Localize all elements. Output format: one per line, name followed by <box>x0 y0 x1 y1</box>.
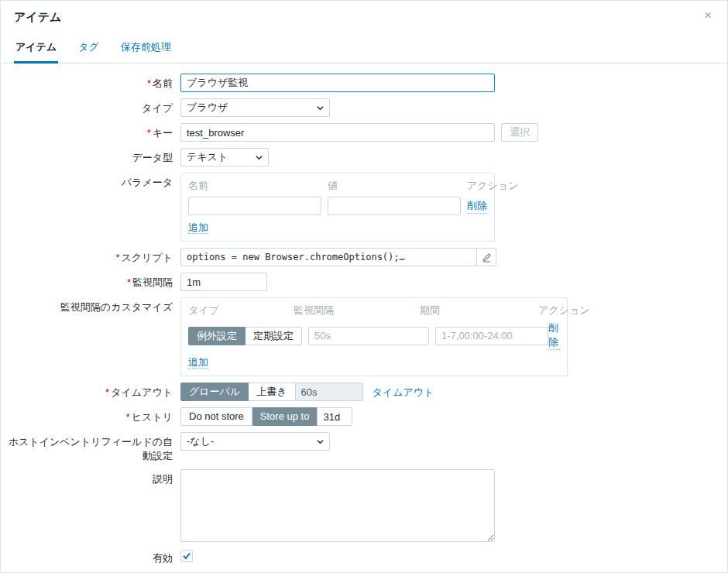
history-field: Do not store Store up to <box>180 407 352 426</box>
timeout-override[interactable]: 上書き <box>249 383 295 401</box>
script-field <box>180 248 496 266</box>
ci-type-toggle: 例外設定 定期設定 <box>188 327 302 345</box>
name-label: *名前 <box>1 74 180 91</box>
required-marker: * <box>147 77 151 89</box>
key-label: *キー <box>1 123 180 140</box>
inventory-label: ホストインベントリフィールドの自動設定 <box>1 432 180 463</box>
ci-type-header: タイプ <box>188 304 294 317</box>
timeout-input <box>295 383 363 401</box>
ci-type-flexible[interactable]: 例外設定 <box>188 327 246 345</box>
name-input[interactable] <box>180 74 495 92</box>
param-name-header: 名前 <box>188 179 328 193</box>
chevron-down-icon <box>316 437 325 446</box>
timeout-global[interactable]: グローバル <box>180 383 249 401</box>
description-label: 説明 <box>1 469 180 486</box>
ci-add-link[interactable]: 追加 <box>188 356 208 369</box>
custom-intervals-box: タイプ 監視間隔 期間 アクション 例外設定 定期設定 削除 追加 <box>180 297 568 376</box>
key-select-button[interactable]: 選択 <box>501 123 538 142</box>
tabbar: アイテム タグ 保存前処理 <box>1 36 727 63</box>
timeout-label: *タイムアウト <box>1 383 180 400</box>
script-edit-button[interactable] <box>476 248 496 266</box>
custom-intervals-label: 監視間隔のカスタマイズ <box>1 297 180 314</box>
row-history: *ヒストリ Do not store Store up to <box>1 407 715 426</box>
row-type: タイプ ブラウザ <box>1 98 715 117</box>
custom-interval-row: 例外設定 定期設定 削除 <box>188 321 560 350</box>
interval-label: *監視間隔 <box>1 273 180 290</box>
enabled-checkbox[interactable] <box>180 550 193 562</box>
tab-item[interactable]: アイテム <box>14 36 58 63</box>
ci-interval-input[interactable] <box>308 327 429 345</box>
interval-input[interactable] <box>180 273 267 291</box>
ci-action-header: アクション <box>538 304 590 317</box>
row-interval: *監視間隔 <box>1 273 715 291</box>
chevron-down-icon <box>255 153 263 162</box>
param-add-link[interactable]: 追加 <box>188 221 208 234</box>
history-store-up-to[interactable]: Store up to <box>252 407 318 426</box>
value-type-label: データ型 <box>1 148 180 165</box>
ci-interval-header: 監視間隔 <box>294 304 420 317</box>
tab-preprocessing[interactable]: 保存前処理 <box>119 36 173 63</box>
type-label: タイプ <box>1 98 180 115</box>
inventory-select-value: -なし- <box>187 434 214 448</box>
custom-intervals-add-row: 追加 <box>188 355 560 369</box>
tab-tags[interactable]: タグ <box>77 36 101 63</box>
timeout-toggle: グローバル 上書き <box>180 383 296 401</box>
pencil-icon <box>482 252 492 262</box>
timeouts-link[interactable]: タイムアウト <box>373 383 434 400</box>
row-description: 説明 <box>1 469 715 542</box>
row-timeout: *タイムアウト グローバル 上書き タイムアウト <box>1 383 715 401</box>
chevron-down-icon <box>316 104 325 112</box>
dialog-header: アイテム × <box>1 1 727 28</box>
parameters-headers: 名前 値 アクション <box>188 179 487 193</box>
history-toggle: Do not store Store up to <box>180 407 318 426</box>
description-textarea[interactable] <box>180 469 495 542</box>
row-key: *キー 選択 <box>1 123 715 142</box>
ci-remove-link[interactable]: 削除 <box>548 321 560 350</box>
param-action-header: アクション <box>467 179 519 193</box>
row-custom-intervals: 監視間隔のカスタマイズ タイプ 監視間隔 期間 アクション 例外設定 定期設定 … <box>1 297 715 376</box>
type-select[interactable]: ブラウザ <box>180 98 330 117</box>
value-type-select[interactable]: テキスト <box>180 148 269 166</box>
row-name: *名前 <box>1 74 715 92</box>
ci-period-input[interactable] <box>435 327 548 345</box>
value-type-select-value: テキスト <box>187 150 228 164</box>
check-icon <box>182 551 191 561</box>
timeout-field: グローバル 上書き タイムアウト <box>180 383 434 401</box>
row-parameters: パラメータ 名前 値 アクション 削除 追加 <box>1 173 715 242</box>
parameters-label: パラメータ <box>1 173 180 190</box>
param-name-input[interactable] <box>188 197 321 215</box>
script-label: *スクリプト <box>1 248 180 265</box>
item-dialog: アイテム × アイテム タグ 保存前処理 *名前 タイプ ブラウザ *キー 選択 <box>0 0 728 573</box>
type-select-value: ブラウザ <box>187 101 228 115</box>
history-input[interactable] <box>317 407 352 426</box>
history-label: *ヒストリ <box>1 407 180 424</box>
parameters-add-row: 追加 <box>188 221 487 235</box>
custom-intervals-headers: タイプ 監視間隔 期間 アクション <box>188 304 560 317</box>
row-inventory: ホストインベントリフィールドの自動設定 -なし- <box>1 432 715 463</box>
param-remove-link[interactable]: 削除 <box>467 199 487 214</box>
key-input[interactable] <box>180 123 495 142</box>
enabled-label: 有効 <box>1 548 180 565</box>
parameter-row: 削除 <box>188 197 487 215</box>
param-value-header: 値 <box>328 179 467 193</box>
param-value-input[interactable] <box>328 197 461 215</box>
row-enabled: 有効 <box>1 548 715 565</box>
row-script: *スクリプト <box>1 248 715 266</box>
item-form: *名前 タイプ ブラウザ *キー 選択 データ型 テキスト <box>1 63 727 573</box>
script-input[interactable] <box>180 248 477 266</box>
page-title: アイテム <box>14 10 61 25</box>
row-value-type: データ型 テキスト <box>1 148 715 166</box>
close-icon[interactable]: × <box>701 9 715 22</box>
ci-type-scheduling[interactable]: 定期設定 <box>246 327 302 345</box>
ci-period-header: 期間 <box>420 304 538 317</box>
parameters-box: 名前 値 アクション 削除 追加 <box>180 173 495 242</box>
history-do-not-store[interactable]: Do not store <box>180 407 252 426</box>
inventory-select[interactable]: -なし- <box>180 432 330 451</box>
